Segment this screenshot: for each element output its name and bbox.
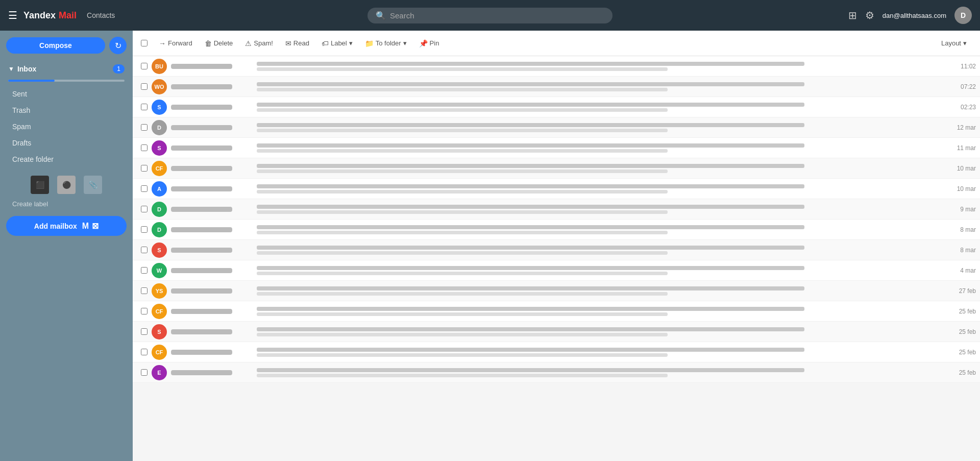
email-checkbox[interactable] <box>141 369 148 376</box>
label-button[interactable]: 🏷 Label ▾ <box>316 36 358 51</box>
email-row[interactable]: CF 25 feb <box>133 342 980 362</box>
sender-initials: D <box>157 206 161 212</box>
refresh-button[interactable]: ↻ <box>109 37 127 54</box>
email-checkbox[interactable] <box>141 247 148 253</box>
preview-bar <box>257 108 668 112</box>
email-checkbox[interactable] <box>141 124 148 131</box>
logo-mail: Mail <box>59 10 77 21</box>
search-input[interactable] <box>390 11 604 20</box>
email-subject-area <box>257 348 941 357</box>
email-row[interactable]: S 25 feb <box>133 322 980 342</box>
columns-icon[interactable]: ⊞ <box>848 9 857 21</box>
main: Compose ↻ ▼ Inbox 1 Sent Trash Spam Draf… <box>0 31 980 461</box>
email-row[interactable]: A 10 mar <box>133 179 980 199</box>
sidebar-item-create-folder[interactable]: Create folder <box>0 151 133 167</box>
label-icon: 🏷 <box>322 39 329 47</box>
email-checkbox[interactable] <box>141 328 148 335</box>
add-mailbox-button[interactable]: Add mailbox M ⊠ <box>6 216 127 236</box>
preview-bar <box>257 231 668 234</box>
sidebar-item-inbox[interactable]: ▼ Inbox 1 <box>0 60 133 78</box>
email-time: 25 feb <box>945 369 976 376</box>
email-row[interactable]: E 25 feb <box>133 362 980 383</box>
pin-button[interactable]: 📌 Pin <box>414 36 445 51</box>
email-checkbox[interactable] <box>141 63 148 69</box>
email-time: 07:22 <box>945 83 976 90</box>
to-folder-button[interactable]: 📁 To folder ▾ <box>360 36 412 51</box>
preview-bar <box>257 149 668 153</box>
select-all-checkbox[interactable] <box>141 40 148 46</box>
sender-initials: S <box>157 104 161 110</box>
layout-label: Layout <box>941 39 961 47</box>
email-row[interactable]: BU 11:02 <box>133 56 980 77</box>
email-time: 25 feb <box>945 349 976 356</box>
layout-button[interactable]: Layout ▾ <box>936 36 972 50</box>
preview-bar <box>257 190 668 193</box>
progress-bar-track <box>8 80 125 82</box>
sender-avatar: E <box>152 365 167 380</box>
sender-name-bar <box>171 370 232 375</box>
email-time: 25 feb <box>945 308 976 315</box>
email-checkbox[interactable] <box>141 83 148 90</box>
label-icon-dark[interactable]: ⬛ <box>31 176 49 194</box>
logo: Yandex Mail <box>23 10 77 21</box>
sender-initials: S <box>157 247 161 253</box>
delete-button[interactable]: 🗑 Delete <box>200 36 238 51</box>
email-checkbox[interactable] <box>141 267 148 274</box>
email-checkbox[interactable] <box>141 165 148 172</box>
email-checkbox[interactable] <box>141 185 148 192</box>
email-row[interactable]: D 12 mar <box>133 117 980 138</box>
subject-bar <box>257 246 804 250</box>
email-time: 8 mar <box>945 226 976 233</box>
email-row[interactable]: W 4 mar <box>133 260 980 281</box>
email-row[interactable]: S 02:23 <box>133 97 980 117</box>
spam-button[interactable]: ⚠ Spam! <box>240 36 278 51</box>
sender-avatar: BU <box>152 59 167 74</box>
mail-provider-icons: M ⊠ <box>82 221 99 231</box>
email-checkbox[interactable] <box>141 104 148 110</box>
pin-label: Pin <box>430 39 439 47</box>
email-checkbox[interactable] <box>141 287 148 294</box>
email-row[interactable]: WO 07:22 <box>133 77 980 97</box>
email-checkbox[interactable] <box>141 226 148 233</box>
avatar[interactable]: D <box>954 7 972 24</box>
email-row[interactable]: CF 25 feb <box>133 301 980 322</box>
email-checkbox[interactable] <box>141 349 148 355</box>
topbar-right: ⊞ ⚙ dan@allthatsaas.com D <box>839 7 972 24</box>
sender-name-block <box>171 207 253 212</box>
sidebar-item-drafts[interactable]: Drafts <box>0 135 133 151</box>
forward-button[interactable]: → Forward <box>154 36 198 51</box>
email-row[interactable]: YS 27 feb <box>133 281 980 301</box>
sidebar-item-sent[interactable]: Sent <box>0 86 133 102</box>
compose-button[interactable]: Compose <box>6 37 105 54</box>
email-time: 27 feb <box>945 287 976 295</box>
label-icon-gray[interactable]: ⚫ <box>57 176 76 194</box>
sender-initials: S <box>157 145 161 151</box>
create-label-btn[interactable]: Create label <box>0 198 133 210</box>
sidebar-item-spam[interactable]: Spam <box>0 118 133 135</box>
email-row[interactable]: S 8 mar <box>133 240 980 260</box>
preview-bar <box>257 67 668 71</box>
hamburger-icon[interactable]: ☰ <box>8 9 17 21</box>
email-row[interactable]: CF 10 mar <box>133 158 980 179</box>
read-button[interactable]: ✉ Read <box>280 36 314 51</box>
paperclip-icon: 📎 <box>89 181 97 189</box>
email-time: 02:23 <box>945 104 976 111</box>
email-row[interactable]: D 8 mar <box>133 220 980 240</box>
sender-name-block <box>171 166 253 171</box>
email-time: 9 mar <box>945 206 976 213</box>
sender-name-block <box>171 105 253 110</box>
email-content: → Forward 🗑 Delete ⚠ Spam! ✉ Read 🏷 Labe… <box>133 31 980 461</box>
sender-name-bar <box>171 145 232 151</box>
spam-label: Spam! <box>254 39 273 47</box>
email-row[interactable]: S 11 mar <box>133 138 980 158</box>
email-checkbox[interactable] <box>141 144 148 151</box>
label-icon-clip[interactable]: 📎 <box>84 176 102 194</box>
search-input-wrap: 🔍 <box>368 8 612 23</box>
email-checkbox[interactable] <box>141 206 148 212</box>
email-checkbox[interactable] <box>141 308 148 314</box>
email-row[interactable]: D 9 mar <box>133 199 980 220</box>
user-email: dan@allthatsaas.com <box>883 12 946 19</box>
sender-avatar: D <box>152 120 167 135</box>
gear-icon[interactable]: ⚙ <box>865 9 874 21</box>
sidebar-item-trash[interactable]: Trash <box>0 102 133 118</box>
